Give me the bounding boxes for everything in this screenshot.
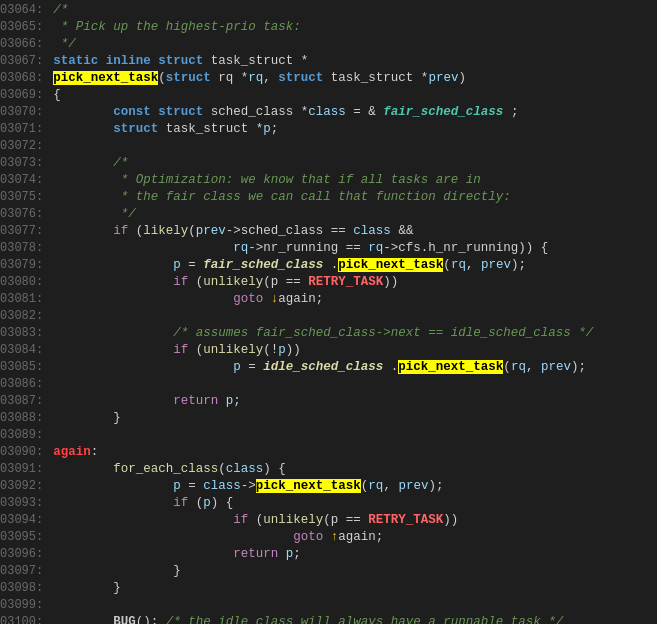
- code-line: 03091: for_each_class(class) {: [0, 461, 657, 478]
- line-number: 03065:: [0, 19, 51, 36]
- code-line: 03071: struct task_struct *p;: [0, 121, 657, 138]
- line-number: 03096:: [0, 546, 51, 563]
- line-number: 03066:: [0, 36, 51, 53]
- code-line: 03067:static inline struct task_struct *: [0, 53, 657, 70]
- line-content: if (unlikely(p == RETRY_TASK)): [51, 512, 657, 529]
- code-line: 03083: /* assumes fair_sched_class->next…: [0, 325, 657, 342]
- line-number: 03098:: [0, 580, 51, 597]
- line-content: * Optimization: we know that if all task…: [51, 172, 657, 189]
- code-line: 03073: /*: [0, 155, 657, 172]
- code-line: 03068:pick_next_task(struct rq *rq, stru…: [0, 70, 657, 87]
- line-number: 03077:: [0, 223, 51, 240]
- code-line: 03064:/*: [0, 2, 657, 19]
- code-line: 03084: if (unlikely(!p)): [0, 342, 657, 359]
- line-number: 03092:: [0, 478, 51, 495]
- line-number: 03071:: [0, 121, 51, 138]
- line-number: 03099:: [0, 597, 51, 614]
- code-line: 03094: if (unlikely(p == RETRY_TASK)): [0, 512, 657, 529]
- line-content: struct task_struct *p;: [51, 121, 657, 138]
- line-number: 03073:: [0, 155, 51, 172]
- code-line: 03086:: [0, 376, 657, 393]
- line-number: 03085:: [0, 359, 51, 376]
- line-content: if (unlikely(p == RETRY_TASK)): [51, 274, 657, 291]
- code-line: 03098: }: [0, 580, 657, 597]
- code-line: 03081: goto ↓again;: [0, 291, 657, 308]
- line-content: }: [51, 563, 657, 580]
- line-content: /* assumes fair_sched_class->next == idl…: [51, 325, 657, 342]
- line-content: /*: [51, 155, 657, 172]
- line-number: 03080:: [0, 274, 51, 291]
- line-content: if (likely(prev->sched_class == class &&: [51, 223, 657, 240]
- code-line: 03075: * the fair class we can call that…: [0, 189, 657, 206]
- line-content: * Pick up the highest-prio task:: [51, 19, 657, 36]
- code-line: 03099:: [0, 597, 657, 614]
- code-line: 03096: return p;: [0, 546, 657, 563]
- line-content: const struct sched_class *class = & fair…: [51, 104, 657, 121]
- line-number: 03091:: [0, 461, 51, 478]
- line-number: 03076:: [0, 206, 51, 223]
- line-content: {: [51, 87, 657, 104]
- code-line: 03088: }: [0, 410, 657, 427]
- line-content: p = class->pick_next_task(rq, prev);: [51, 478, 657, 495]
- code-line: 03079: p = fair_sched_class .pick_next_t…: [0, 257, 657, 274]
- code-line: 03097: }: [0, 563, 657, 580]
- code-line: 03066: */: [0, 36, 657, 53]
- code-line: 03065: * Pick up the highest-prio task:: [0, 19, 657, 36]
- line-content: return p;: [51, 546, 657, 563]
- line-content: goto ↑again;: [51, 529, 657, 546]
- line-number: 03067:: [0, 53, 51, 70]
- line-number: 03083:: [0, 325, 51, 342]
- line-content: if (unlikely(!p)): [51, 342, 657, 359]
- line-number: 03093:: [0, 495, 51, 512]
- code-line: 03092: p = class->pick_next_task(rq, pre…: [0, 478, 657, 495]
- line-number: 03094:: [0, 512, 51, 529]
- line-content: p = idle_sched_class .pick_next_task(rq,…: [51, 359, 657, 376]
- code-line: 03085: p = idle_sched_class .pick_next_t…: [0, 359, 657, 376]
- line-content: }: [51, 410, 657, 427]
- code-line: 03078: rq->nr_running == rq->cfs.h_nr_ru…: [0, 240, 657, 257]
- code-line: 03069:{: [0, 87, 657, 104]
- code-line: 03076: */: [0, 206, 657, 223]
- line-number: 03074:: [0, 172, 51, 189]
- code-line: 03082:: [0, 308, 657, 325]
- line-number: 03089:: [0, 427, 51, 444]
- line-content: for_each_class(class) {: [51, 461, 657, 478]
- line-number: 03072:: [0, 138, 51, 155]
- line-content: p = fair_sched_class .pick_next_task(rq,…: [51, 257, 657, 274]
- code-line: 03100: BUG(); /* the idle class will alw…: [0, 614, 657, 624]
- line-number: 03079:: [0, 257, 51, 274]
- code-line: 03090:again:: [0, 444, 657, 461]
- line-number: 03100:: [0, 614, 51, 624]
- line-number: 03090:: [0, 444, 51, 461]
- code-line: 03070: const struct sched_class *class =…: [0, 104, 657, 121]
- line-content: if (p) {: [51, 495, 657, 512]
- line-content: }: [51, 580, 657, 597]
- line-content: */: [51, 36, 657, 53]
- code-line: 03089:: [0, 427, 657, 444]
- line-content: rq->nr_running == rq->cfs.h_nr_running))…: [51, 240, 657, 257]
- line-number: 03078:: [0, 240, 51, 257]
- line-content: return p;: [51, 393, 657, 410]
- code-line: 03093: if (p) {: [0, 495, 657, 512]
- line-content: /*: [51, 2, 657, 19]
- code-line: 03095: goto ↑again;: [0, 529, 657, 546]
- line-content: again:: [51, 444, 657, 461]
- line-number: 03095:: [0, 529, 51, 546]
- line-number: 03069:: [0, 87, 51, 104]
- code-line: 03074: * Optimization: we know that if a…: [0, 172, 657, 189]
- code-line: 03077: if (likely(prev->sched_class == c…: [0, 223, 657, 240]
- line-number: 03081:: [0, 291, 51, 308]
- line-number: 03097:: [0, 563, 51, 580]
- line-number: 03088:: [0, 410, 51, 427]
- line-number: 03070:: [0, 104, 51, 121]
- line-content: * the fair class we can call that functi…: [51, 189, 657, 206]
- line-number: 03082:: [0, 308, 51, 325]
- line-number: 03075:: [0, 189, 51, 206]
- line-content: static inline struct task_struct *: [51, 53, 657, 70]
- line-number: 03084:: [0, 342, 51, 359]
- line-number: 03064:: [0, 2, 51, 19]
- code-line: 03087: return p;: [0, 393, 657, 410]
- code-view: 03064:/*03065: * Pick up the highest-pri…: [0, 0, 657, 624]
- line-number: 03086:: [0, 376, 51, 393]
- line-content: pick_next_task(struct rq *rq, struct tas…: [51, 70, 657, 87]
